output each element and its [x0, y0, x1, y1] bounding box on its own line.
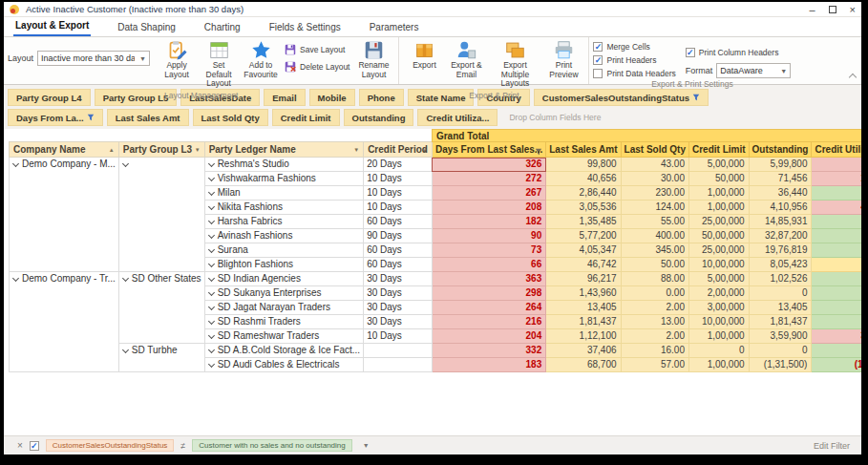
cell-limit[interactable]: 3,00,000 [689, 301, 750, 315]
cell-outstanding[interactable]: 71,456 [749, 172, 812, 186]
cell-credit-period[interactable]: 30 Days [364, 286, 433, 301]
expand-chevron-icon[interactable] [12, 160, 19, 167]
cell-company[interactable]: Demo Company - M... [10, 158, 119, 272]
cell-outstanding[interactable]: 1,02,526 [749, 272, 812, 286]
cell-credit-period[interactable]: 60 Days [364, 258, 433, 272]
cell-limit[interactable]: 10,00,000 [689, 258, 750, 272]
export-button[interactable]: Export [403, 39, 445, 72]
tab-parameters[interactable]: Parameters [368, 19, 421, 36]
cell-ledger[interactable]: SD Sukanya Enterprises [204, 286, 364, 301]
cell-limit[interactable]: 2,00,000 [689, 286, 750, 301]
expand-chevron-icon[interactable] [208, 203, 215, 210]
cell-sales[interactable]: 1,81,437 [546, 315, 621, 329]
collapse-ribbon-icon[interactable] [849, 74, 857, 81]
cell-util[interactable]: 59.44 [812, 215, 861, 229]
minimize-icon[interactable]: – [809, 5, 815, 14]
header-credit-utilization[interactable]: Credit Utilization [812, 142, 861, 158]
cell-limit[interactable]: 5,00,000 [689, 272, 750, 286]
cell-util[interactable]: 119.96 [812, 158, 861, 172]
cell-credit-period[interactable]: 60 Days [364, 215, 433, 229]
cell-outstanding[interactable]: 1,81,437 [749, 315, 812, 329]
expand-chevron-icon[interactable] [122, 347, 129, 353]
tab-fields-settings[interactable]: Fields & Settings [267, 19, 343, 36]
cell-limit[interactable]: 0 [689, 344, 750, 358]
filter-field-chip[interactable]: CustomerSalesOutstandingStatus [46, 439, 175, 452]
cell-util[interactable]: 142.91 [812, 172, 861, 186]
cell-qty[interactable]: 2.00 [621, 329, 688, 344]
cell-util[interactable]: 18.14 [812, 315, 861, 329]
cell-qty[interactable]: 13.00 [621, 315, 688, 329]
cell-days[interactable]: 332 [432, 344, 545, 358]
header-last-sold-qty[interactable]: Last Sold Qty [621, 142, 688, 158]
cell-credit-period[interactable]: 30 Days [364, 272, 433, 286]
cell-util[interactable]: (131.50) [812, 358, 861, 372]
cell-company[interactable]: Demo Company - Tr... [10, 272, 119, 372]
delete-layout-button[interactable]: Delete Layout [285, 61, 349, 73]
filter-value-chip[interactable]: Customer with no sales and no outstandin… [192, 439, 351, 452]
cell-sales[interactable]: 2,86,440 [546, 186, 621, 201]
cell-days[interactable]: 267 [432, 186, 545, 201]
cell-ledger[interactable]: SD Rameshwar Traders [204, 329, 364, 344]
cell-util[interactable]: 79.07 [812, 243, 861, 258]
cell-party-group[interactable]: SD Other States [118, 272, 204, 344]
cell-ledger[interactable]: Surana [204, 243, 364, 258]
cell-util[interactable]: 65.74 [812, 229, 861, 243]
cell-ledger[interactable]: Nikita Fashions [204, 201, 364, 215]
cell-util[interactable]: 410.96 [812, 201, 861, 215]
layout-combobox[interactable]: Inactive more than 30 days ▼ [37, 51, 150, 66]
expand-chevron-icon[interactable] [208, 246, 215, 253]
cell-ledger[interactable]: SD Jagat Narayan Traders [204, 301, 364, 315]
cell-limit[interactable]: 10,00,000 [689, 315, 750, 329]
cell-days[interactable]: 204 [432, 329, 545, 344]
expand-chevron-icon[interactable] [208, 160, 215, 167]
expand-chevron-icon[interactable] [208, 347, 215, 353]
cell-qty[interactable]: 50.00 [621, 258, 688, 272]
tab-charting[interactable]: Charting [202, 19, 243, 36]
header-party-ledger-name[interactable]: ▼Party Ledger Name [204, 142, 364, 158]
cell-limit[interactable]: 1,00,000 [689, 329, 750, 344]
expand-chevron-icon[interactable] [208, 232, 215, 239]
cell-sales[interactable]: 99,800 [546, 158, 621, 172]
export-multiple-layouts-button[interactable]: Export Multiple Layouts [487, 39, 542, 90]
filter-enabled-checkbox[interactable]: ✓ [30, 441, 39, 451]
cell-days[interactable]: 272 [432, 172, 545, 186]
field-chip-last-sales-amt[interactable]: Last Sales Amt [107, 109, 189, 126]
cell-sales[interactable]: 40,656 [546, 172, 621, 186]
cell-sales[interactable]: 3,05,536 [546, 201, 621, 215]
cell-ledger[interactable]: SD Audi Cables & Electricals [204, 358, 364, 372]
grand-total-header[interactable]: Grand Total [432, 130, 861, 142]
cell-ledger[interactable]: Vishwakarma Fashions [204, 172, 364, 186]
expand-chevron-icon[interactable] [122, 275, 129, 282]
cell-days[interactable]: 298 [432, 286, 545, 301]
cell-days[interactable]: 73 [432, 243, 545, 258]
print-data-headers-checkbox[interactable]: ✓ Print Data Headers [593, 69, 675, 78]
expand-chevron-icon[interactable] [208, 175, 215, 181]
filter-operator[interactable]: ≠ [180, 441, 185, 451]
cell-ledger[interactable]: Avinash Fashions [204, 229, 364, 243]
print-column-headers-checkbox[interactable]: ✓ Print Column Headers [686, 48, 792, 57]
cell-ledger[interactable]: SD A.B.Cold Storage & Ice Fact... [204, 344, 364, 358]
cell-outstanding[interactable]: 0 [749, 286, 812, 301]
cell-ledger[interactable]: Blighton Fashions [204, 258, 364, 272]
expand-chevron-icon[interactable] [208, 289, 215, 296]
expand-chevron-icon[interactable] [122, 160, 129, 167]
expand-chevron-icon[interactable] [208, 189, 215, 196]
cell-limit[interactable]: 50,000 [689, 172, 750, 186]
add-to-favourite-button[interactable]: Add to Favourite [240, 39, 282, 80]
cell-days[interactable]: 208 [432, 201, 545, 215]
cell-days[interactable]: 182 [432, 215, 545, 229]
cell-outstanding[interactable]: 32,87,200 [749, 229, 812, 243]
cell-limit[interactable]: 25,00,000 [689, 243, 750, 258]
save-layout-button[interactable]: Save Layout [285, 44, 349, 55]
cell-party-group[interactable]: SD Turbhe [118, 344, 204, 372]
print-headers-checkbox[interactable]: ✓ Print Headers [593, 55, 675, 65]
cell-limit[interactable]: 5,00,000 [689, 158, 750, 172]
cell-limit[interactable]: 1,00,000 [689, 201, 750, 215]
cell-sales[interactable]: 1,43,960 [546, 286, 621, 301]
cell-util[interactable]: 359.90 [812, 329, 861, 344]
print-preview-button[interactable]: Print Preview [542, 39, 584, 80]
cell-sales[interactable]: 37,406 [546, 344, 621, 358]
header-credit-period[interactable]: ▲Credit Period [364, 142, 433, 158]
cell-util[interactable]: 0.00 [812, 286, 861, 301]
tab-data-shaping[interactable]: Data Shaping [116, 19, 178, 36]
